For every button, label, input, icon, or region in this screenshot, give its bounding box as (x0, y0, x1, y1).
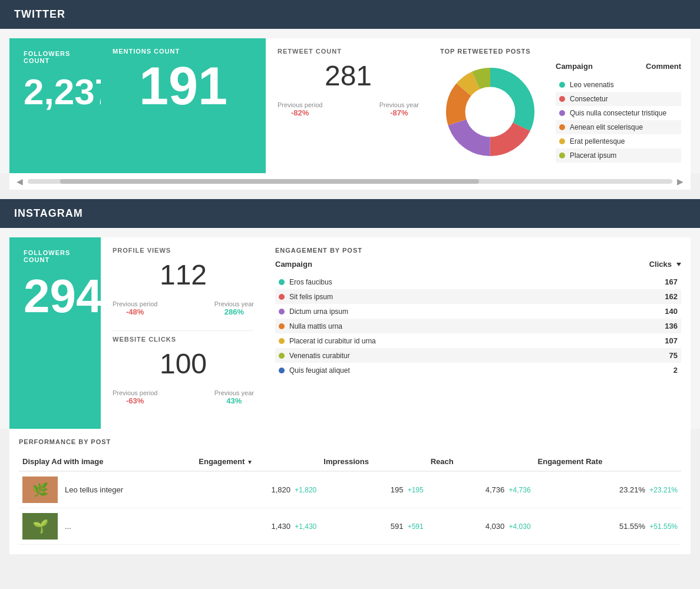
col-engagement[interactable]: Engagement ▼ (195, 452, 320, 471)
legend-dot (559, 82, 565, 88)
insta-followers-label: FOLLOWERS COUNT (24, 249, 87, 263)
clicks-col-label: Clicks (649, 260, 672, 269)
retweet-value: 281 (278, 59, 419, 92)
thumbnail: 🌱 (22, 513, 58, 540)
website-clicks-comparisons: Previous period -63% Previous year 43% (113, 389, 254, 405)
svg-point-6 (465, 87, 516, 137)
top-retweeted-title: TOP RETWEETED POSTS (440, 48, 681, 55)
website-clicks-value: 100 (113, 348, 254, 380)
instagram-header: INSTAGRAM (0, 199, 700, 228)
retweet-prev-period: Previous period -82% (278, 101, 322, 117)
profile-views-comparisons: Previous period -48% Previous year 286% (113, 300, 254, 316)
col-engagement-rate: Engagement Rate (534, 452, 681, 471)
twitter-legend: Leo venenatisConsecteturQuis nulla conse… (556, 78, 681, 163)
twitter-header: TWITTER (0, 0, 700, 29)
legend-header: Campaign Comment (556, 62, 681, 73)
engagement-row: Dictum urna ipsum 140 (275, 304, 681, 319)
twitter-title: TWITTER (14, 8, 65, 20)
legend-item: Placerat ipsum (556, 148, 681, 163)
twitter-section: TWITTER FOLLOWERS COUNT 2,237 MENTIONS C… (0, 0, 700, 190)
twitter-followers-tile: FOLLOWERS COUNT 2,237 (9, 38, 101, 173)
engagement-row: Nulla mattis urna 136 (275, 319, 681, 333)
engagement-dot (279, 323, 285, 329)
legend-dot (559, 153, 565, 158)
scrollbar-row[interactable]: ◀ ▶ (9, 173, 691, 190)
profile-views-tile: PROFILE VIEWS 112 Previous period -48% P… (101, 237, 266, 429)
engagement-dot (279, 368, 285, 373)
profile-views-label: PROFILE VIEWS (113, 247, 254, 254)
legend-dot (559, 124, 565, 130)
engagement-header: Campaign Clicks (275, 260, 681, 271)
prev-year-label: Previous year (379, 101, 419, 108)
perf-table-header: Display Ad with image Engagement ▼ Impre… (19, 452, 681, 471)
table-row: 🌱 ... 1,430 +1,430 591 +591 4,030 +4,030… (19, 508, 681, 545)
engagement-tile: ENGAGEMENT BY POST Campaign Clicks Eros … (266, 237, 691, 429)
campaign-col-header: Campaign (556, 62, 593, 71)
perf-table-body: 🌿 Leo tellus integer 1,820 +1,820 195 +1… (19, 471, 681, 545)
followers-value: 2,237 (24, 74, 87, 110)
mentions-value: 191 (113, 59, 254, 112)
prev-year-value: -87% (379, 108, 419, 117)
col-impressions: Impressions (320, 452, 427, 471)
pv-prev-year-value: 286% (214, 307, 254, 316)
retweet-label: RETWEET COUNT (278, 48, 419, 55)
scrollbar-track[interactable] (28, 179, 672, 184)
instagram-section: INSTAGRAM FOLLOWERS COUNT 294 PROFILE VI… (0, 199, 700, 554)
wc-prev-period-label: Previous period (113, 389, 157, 396)
legend-item: Erat pellentesque (556, 134, 681, 148)
divider (113, 330, 254, 331)
engagement-row: Venenatis curabitur 75 (275, 348, 681, 363)
wc-prev-year-label: Previous year (214, 389, 254, 396)
legend-item: Aenean elit scelerisque (556, 120, 681, 134)
clicks-sort-icon[interactable] (676, 263, 681, 266)
wc-prev-year-value: 43% (214, 396, 254, 405)
profile-views-value: 112 (113, 259, 254, 291)
instagram-body: FOLLOWERS COUNT 294 PROFILE VIEWS 112 Pr… (0, 228, 700, 429)
pv-prev-year-label: Previous year (214, 300, 254, 307)
legend-dot (559, 138, 565, 144)
col-reach: Reach (427, 452, 534, 471)
instagram-title: INSTAGRAM (14, 207, 83, 219)
pv-prev-year: Previous year 286% (214, 300, 254, 316)
prev-period-label: Previous period (278, 101, 322, 108)
donut-chart (440, 62, 546, 164)
engagement-row: Sit felis ipsum 162 (275, 289, 681, 304)
pv-prev-period-label: Previous period (113, 300, 157, 307)
comment-col-header: Comment (646, 62, 681, 71)
performance-section: PERFORMANCE BY POST Display Ad with imag… (9, 429, 691, 554)
website-clicks-label: WEBSITE CLICKS (113, 336, 254, 343)
engagement-dot (279, 309, 285, 315)
thumbnail: 🌿 (22, 477, 58, 503)
top-retweeted-tile: TOP RETWEETED POSTS (431, 38, 691, 173)
legend-dot (559, 96, 565, 102)
instagram-followers-tile: FOLLOWERS COUNT 294 (9, 237, 101, 429)
col-post: Display Ad with image (19, 452, 195, 471)
table-row: 🌿 Leo tellus integer 1,820 +1,820 195 +1… (19, 471, 681, 508)
followers-label: FOLLOWERS COUNT (24, 50, 87, 64)
performance-table: Display Ad with image Engagement ▼ Impre… (19, 452, 681, 545)
performance-title: PERFORMANCE BY POST (19, 438, 681, 445)
legend-container: Campaign Comment Leo venenatisConsectetu… (556, 62, 681, 164)
twitter-mentions-tile: MENTIONS COUNT 191 (101, 38, 266, 173)
pv-prev-period-value: -48% (113, 307, 157, 316)
insta-followers-value: 294 (24, 273, 87, 320)
twitter-retweet-tile: RETWEET COUNT 281 Previous period -82% P… (266, 38, 431, 173)
legend-item: Leo venenatis (556, 78, 681, 92)
engagement-campaign-col: Campaign (275, 260, 312, 269)
prev-period-value: -82% (278, 108, 322, 117)
scroll-left-arrow[interactable]: ◀ (16, 177, 23, 186)
wc-prev-year: Previous year 43% (214, 389, 254, 405)
engagement-sort-icon: ▼ (247, 459, 253, 465)
engagement-row: Quis feugiat aliquet 2 (275, 363, 681, 378)
retweet-prev-year: Previous year -87% (379, 101, 419, 117)
legend-item: Consectetur (556, 92, 681, 106)
wc-prev-period-value: -63% (113, 396, 157, 405)
retweet-comparisons: Previous period -82% Previous year -87% (278, 101, 419, 117)
scrollbar-thumb[interactable] (60, 179, 479, 184)
legend-dot (559, 110, 565, 116)
retweeted-content: Campaign Comment Leo venenatisConsectetu… (440, 62, 681, 164)
engagement-rows: Eros faucibus 167 Sit felis ipsum 162 Di… (275, 274, 681, 378)
scroll-right-arrow[interactable]: ▶ (677, 177, 684, 186)
engagement-row: Placerat id curabitur id urna 107 (275, 333, 681, 348)
engagement-clicks-col[interactable]: Clicks (649, 260, 681, 269)
